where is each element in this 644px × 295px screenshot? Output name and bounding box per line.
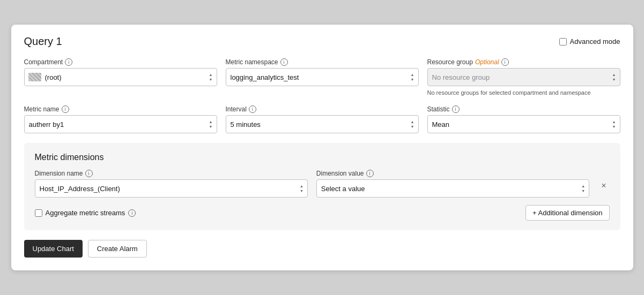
fields-row-2: Metric name i autherr by1 Interval i 1 m…	[24, 105, 620, 133]
resource-group-helper-text: No resource groups for selected compartm…	[427, 89, 620, 96]
interval-label: Interval i	[226, 105, 419, 113]
advanced-mode-toggle[interactable]: Advanced mode	[559, 37, 620, 46]
dimension-value-label: Dimension value i	[316, 170, 589, 177]
resource-group-optional: Optional	[475, 58, 499, 66]
metric-name-field: Metric name i autherr by1	[24, 105, 217, 133]
page-title: Query 1	[24, 35, 62, 48]
card-header: Query 1 Advanced mode	[24, 35, 620, 48]
dimension-value-field: Dimension value i Select a value	[316, 170, 589, 198]
dimension-name-select[interactable]: Host_IP_Address_(Client)	[35, 179, 308, 198]
metric-name-select-wrapper: autherr by1	[24, 115, 217, 133]
metric-namespace-info-icon[interactable]: i	[280, 58, 288, 66]
metric-dimensions-title: Metric dimensions	[35, 153, 610, 162]
statistic-select-wrapper: Mean Sum Count Min Max P50 P90 P95 P99	[427, 115, 620, 133]
statistic-label: Statistic i	[427, 105, 620, 113]
dimension-value-select[interactable]: Select a value	[316, 179, 589, 198]
aggregate-left: Aggregate metric streams i	[35, 209, 136, 217]
dimension-name-info-icon[interactable]: i	[85, 170, 93, 177]
metric-namespace-select-wrapper: logging_analytics_test	[226, 68, 419, 86]
interval-select-wrapper: 1 minute 5 minutes 10 minutes 1 hour	[226, 115, 419, 133]
aggregate-checkbox[interactable]	[35, 209, 42, 217]
resource-group-select-wrapper: No resource group	[427, 68, 620, 86]
metric-name-info-icon[interactable]: i	[62, 105, 69, 113]
dimension-row: Dimension name i Host_IP_Address_(Client…	[35, 170, 610, 198]
compartment-label: Compartment i	[24, 58, 217, 66]
interval-info-icon[interactable]: i	[249, 105, 256, 113]
aggregate-info-icon[interactable]: i	[128, 209, 136, 217]
remove-dimension-button[interactable]: ×	[598, 179, 609, 192]
statistic-select[interactable]: Mean Sum Count Min Max P50 P90 P95 P99	[427, 115, 620, 133]
interval-select[interactable]: 1 minute 5 minutes 10 minutes 1 hour	[226, 115, 419, 133]
metric-namespace-label: Metric namespace i	[226, 58, 419, 66]
dimension-value-info-icon[interactable]: i	[366, 170, 374, 177]
aggregate-row: Aggregate metric streams i + Additional …	[35, 205, 610, 221]
dimension-name-field: Dimension name i Host_IP_Address_(Client…	[35, 170, 308, 198]
compartment-info-icon[interactable]: i	[65, 58, 72, 66]
aggregate-label: Aggregate metric streams	[46, 209, 125, 217]
resource-group-select[interactable]: No resource group	[427, 68, 620, 86]
resource-group-field: Resource group Optional i No resource gr…	[427, 58, 620, 96]
dimension-name-label: Dimension name i	[35, 170, 308, 177]
interval-field: Interval i 1 minute 5 minutes 10 minutes…	[226, 105, 419, 133]
resource-group-label: Resource group Optional i	[427, 58, 620, 66]
advanced-mode-checkbox[interactable]	[559, 38, 567, 46]
update-chart-button[interactable]: Update Chart	[24, 240, 83, 258]
statistic-info-icon[interactable]: i	[452, 105, 460, 113]
dimension-value-select-wrapper: Select a value	[316, 179, 589, 198]
compartment-select[interactable]: (root)	[24, 68, 217, 86]
compartment-field: Compartment i (root)	[24, 58, 217, 96]
metric-namespace-select[interactable]: logging_analytics_test	[226, 68, 419, 86]
metric-name-select[interactable]: autherr by1	[24, 115, 217, 133]
compartment-icon	[28, 73, 41, 81]
dimension-name-select-wrapper: Host_IP_Address_(Client)	[35, 179, 308, 198]
query-card: Query 1 Advanced mode Compartment i (roo…	[11, 25, 633, 270]
metric-name-label: Metric name i	[24, 105, 217, 113]
metric-namespace-field: Metric namespace i logging_analytics_tes…	[226, 58, 419, 96]
advanced-mode-label: Advanced mode	[570, 37, 620, 46]
additional-dimension-button[interactable]: + Additional dimension	[525, 205, 609, 221]
footer-actions: Update Chart Create Alarm	[24, 240, 620, 258]
statistic-field: Statistic i Mean Sum Count Min Max P50 P…	[427, 105, 620, 133]
resource-group-info-icon[interactable]: i	[501, 58, 509, 66]
create-alarm-button[interactable]: Create Alarm	[88, 240, 147, 258]
compartment-select-wrapper: (root)	[24, 68, 217, 86]
fields-row-1: Compartment i (root) Metric namespace i …	[24, 58, 620, 96]
metric-dimensions-section: Metric dimensions Dimension name i Host_…	[24, 143, 620, 230]
